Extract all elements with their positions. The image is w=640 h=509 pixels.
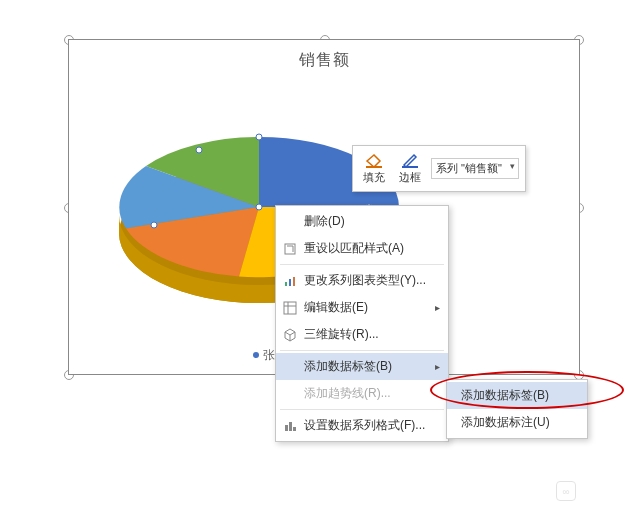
fill-label: 填充 bbox=[363, 170, 385, 185]
submenu-arrow-icon: ▸ bbox=[435, 302, 440, 313]
submenu-add-labels: 添加数据标签(B) 添加数据标注(U) bbox=[446, 379, 588, 439]
pen-icon bbox=[399, 152, 421, 170]
svg-rect-9 bbox=[285, 282, 287, 286]
svg-rect-7 bbox=[402, 166, 418, 168]
submenu-arrow-icon: ▸ bbox=[435, 361, 440, 372]
reset-icon bbox=[282, 241, 298, 257]
mini-toolbar: 填充 边框 系列 "销售额" bbox=[352, 145, 526, 192]
svg-rect-16 bbox=[289, 422, 292, 431]
outline-label: 边框 bbox=[399, 170, 421, 185]
svg-rect-15 bbox=[285, 425, 288, 431]
format-icon bbox=[282, 418, 298, 434]
submenu-add-data-labels[interactable]: 添加数据标签(B) bbox=[447, 382, 587, 409]
rotate-3d-icon bbox=[282, 327, 298, 343]
svg-rect-17 bbox=[293, 427, 296, 431]
watermark: ∞ 悟空问答 bbox=[556, 481, 632, 501]
menu-change-chart-type[interactable]: 更改系列图表类型(Y)... bbox=[276, 267, 448, 294]
context-menu: 删除(D) 重设以匹配样式(A) 更改系列图表类型(Y)... 编辑数据(E) … bbox=[275, 205, 449, 442]
menu-add-trendline: 添加趋势线(R)... bbox=[276, 380, 448, 407]
menu-add-data-labels[interactable]: 添加数据标签(B) ▸ bbox=[276, 353, 448, 380]
series-selector[interactable]: 系列 "销售额" bbox=[431, 158, 519, 179]
menu-format-series[interactable]: 设置数据系列格式(F)... bbox=[276, 412, 448, 439]
menu-3d-rotation[interactable]: 三维旋转(R)... bbox=[276, 321, 448, 348]
fill-button[interactable]: 填充 bbox=[359, 150, 389, 187]
svg-point-1 bbox=[256, 134, 262, 140]
svg-rect-11 bbox=[293, 277, 295, 286]
menu-delete[interactable]: 删除(D) bbox=[276, 208, 448, 235]
svg-point-4 bbox=[151, 222, 157, 228]
svg-rect-10 bbox=[289, 279, 291, 286]
paint-bucket-icon bbox=[363, 152, 385, 170]
chart-type-icon bbox=[282, 273, 298, 289]
svg-rect-12 bbox=[284, 302, 296, 314]
chart-title: 销售额 bbox=[69, 50, 579, 71]
svg-rect-6 bbox=[366, 166, 382, 168]
outline-button[interactable]: 边框 bbox=[395, 150, 425, 187]
svg-point-3 bbox=[196, 147, 202, 153]
svg-point-5 bbox=[256, 204, 262, 210]
menu-edit-data[interactable]: 编辑数据(E) ▸ bbox=[276, 294, 448, 321]
submenu-add-data-callout[interactable]: 添加数据标注(U) bbox=[447, 409, 587, 436]
watermark-logo-icon: ∞ bbox=[556, 481, 576, 501]
menu-reset-style[interactable]: 重设以匹配样式(A) bbox=[276, 235, 448, 262]
legend-swatch bbox=[253, 352, 259, 358]
edit-data-icon bbox=[282, 300, 298, 316]
